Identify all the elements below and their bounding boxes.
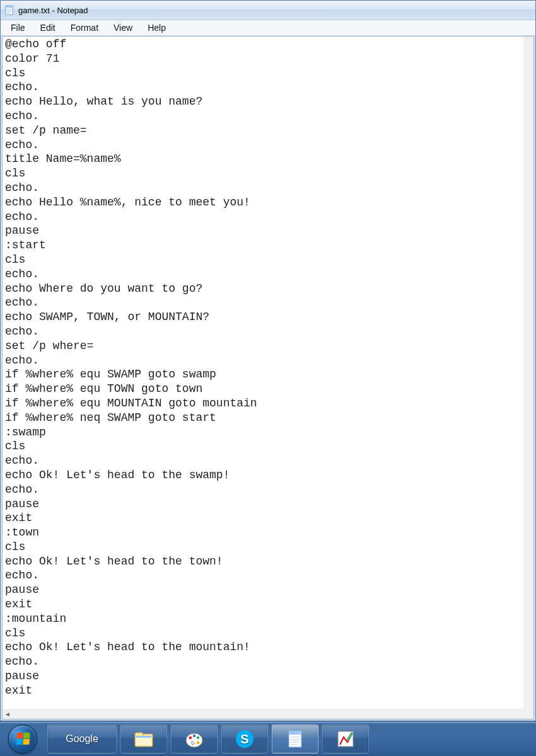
notepad-taskbar-icon bbox=[284, 728, 306, 750]
skype-icon: S bbox=[234, 728, 255, 750]
taskbar-item-notepad[interactable] bbox=[272, 724, 318, 753]
mspaint-icon bbox=[335, 728, 356, 750]
taskbar-item-skype[interactable]: S bbox=[221, 724, 268, 753]
svg-rect-18 bbox=[289, 731, 301, 735]
windows-orb-icon bbox=[8, 724, 37, 753]
taskbar-label-google: Google bbox=[66, 733, 98, 745]
windows-flag-icon bbox=[16, 733, 30, 745]
menubar: File Edit Format View Help bbox=[1, 20, 535, 36]
editor-area: @echo off color 71 cls echo. echo Hello,… bbox=[2, 36, 534, 719]
menu-edit[interactable]: Edit bbox=[33, 21, 63, 34]
menu-view[interactable]: View bbox=[106, 21, 140, 34]
svg-rect-1 bbox=[6, 6, 13, 8]
palette-icon bbox=[184, 728, 205, 750]
svg-rect-8 bbox=[136, 737, 151, 745]
file-explorer-icon bbox=[133, 728, 154, 750]
scroll-corner bbox=[523, 709, 533, 719]
svg-point-12 bbox=[193, 734, 196, 737]
taskbar-item-mspaint[interactable] bbox=[322, 724, 369, 753]
svg-point-13 bbox=[197, 736, 200, 739]
taskbar: Google S bbox=[0, 721, 536, 756]
svg-point-14 bbox=[197, 741, 200, 744]
menu-format[interactable]: Format bbox=[63, 21, 106, 34]
start-button[interactable] bbox=[0, 721, 45, 756]
vertical-scrollbar[interactable] bbox=[523, 37, 533, 709]
svg-point-11 bbox=[189, 736, 192, 739]
taskbar-item-paint-app[interactable] bbox=[171, 724, 218, 753]
taskbar-item-explorer[interactable] bbox=[120, 724, 167, 753]
taskbar-item-google[interactable]: Google bbox=[47, 724, 117, 753]
svg-text:S: S bbox=[240, 732, 248, 746]
horizontal-scrollbar[interactable]: ◄ bbox=[3, 709, 523, 719]
text-editor[interactable]: @echo off color 71 cls echo. echo Hello,… bbox=[3, 37, 523, 709]
scroll-left-icon[interactable]: ◄ bbox=[3, 709, 13, 719]
notepad-icon bbox=[4, 5, 15, 15]
notepad-window: game.txt - Notepad File Edit Format View… bbox=[0, 0, 536, 721]
window-title: game.txt - Notepad bbox=[18, 6, 88, 15]
titlebar[interactable]: game.txt - Notepad bbox=[1, 1, 535, 20]
menu-file[interactable]: File bbox=[3, 21, 33, 34]
svg-rect-9 bbox=[136, 736, 151, 738]
menu-help[interactable]: Help bbox=[140, 21, 173, 34]
